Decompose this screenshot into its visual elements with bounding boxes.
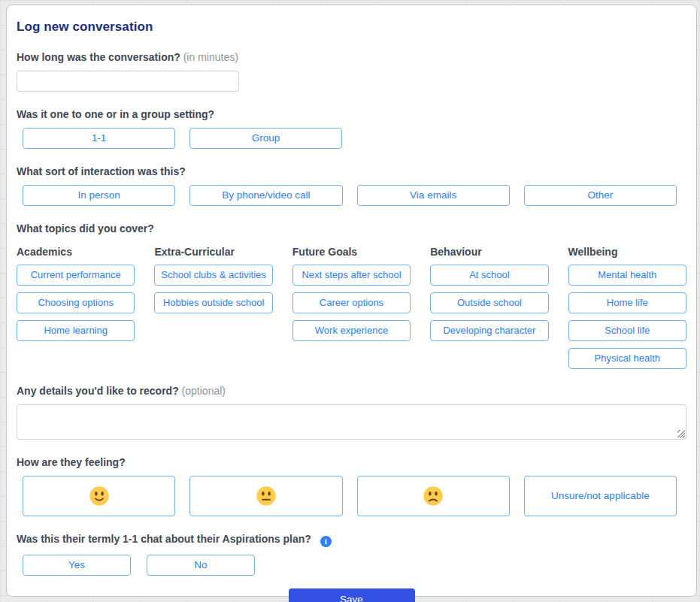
details-section: Any details you'd like to record? (optio… <box>17 385 686 440</box>
topic-heading-extra-curricular: Extra-Curricular <box>154 246 272 258</box>
aspirations-options: Yes No <box>23 555 677 576</box>
topic-column-extra-curricular: Extra-Curricular School clubs & activiti… <box>154 246 272 376</box>
topics-section: What topics did you cover? Academics Cur… <box>17 222 686 376</box>
setting-label-text: Was it one to one or in a group setting? <box>17 108 214 120</box>
aspirations-label: Was this their termly 1-1 chat about the… <box>17 533 686 547</box>
setting-option-group[interactable]: Group <box>189 128 342 149</box>
feeling-option-unsure[interactable]: Unsure/not applicable <box>524 476 677 516</box>
topic-option-outside-school[interactable]: Outside school <box>430 292 548 313</box>
topic-option-next-steps[interactable]: Next steps after school <box>292 265 411 286</box>
details-label: Any details you'd like to record? (optio… <box>17 385 686 397</box>
topic-option-current-performance[interactable]: Current performance <box>17 265 135 286</box>
feeling-section: How are they feeling? <box>17 456 686 516</box>
aspirations-label-text: Was this their termly 1-1 chat about the… <box>17 533 311 545</box>
duration-section: How long was the conversation? (in minut… <box>17 51 686 92</box>
interaction-label-text: What sort of interaction was this? <box>17 165 186 177</box>
slightly-frowning-face-icon <box>422 485 444 507</box>
topic-option-hobbies-outside-school[interactable]: Hobbies outside school <box>154 292 272 313</box>
duration-input[interactable] <box>17 71 239 92</box>
log-conversation-form: Log new conversation How long was the co… <box>6 5 697 597</box>
topic-heading-academics: Academics <box>17 246 135 258</box>
interaction-label: What sort of interaction was this? <box>17 165 686 177</box>
topic-column-behaviour: Behaviour At school Outside school Devel… <box>430 246 548 376</box>
duration-label-hint: (in minutes) <box>183 51 238 63</box>
save-button[interactable]: Save <box>289 588 415 602</box>
aspirations-section: Was this their termly 1-1 chat about the… <box>17 533 686 576</box>
feeling-options: Unsure/not applicable <box>23 476 677 516</box>
topics-grid: Academics Current performance Choosing o… <box>17 246 686 376</box>
interaction-section: What sort of interaction was this? In pe… <box>17 165 686 206</box>
interaction-options: In person By phone/video call Via emails… <box>23 185 677 206</box>
interaction-option-phone-video[interactable]: By phone/video call <box>189 185 342 206</box>
setting-options: 1-1 Group <box>23 128 677 149</box>
neutral-face-icon <box>255 485 277 507</box>
details-label-text: Any details you'd like to record? <box>17 385 179 397</box>
topic-column-academics: Academics Current performance Choosing o… <box>17 246 135 376</box>
duration-label-text: How long was the conversation? <box>17 51 180 63</box>
interaction-option-emails[interactable]: Via emails <box>357 185 510 206</box>
topic-option-home-learning[interactable]: Home learning <box>17 320 135 341</box>
feeling-option-neutral[interactable] <box>189 476 342 516</box>
topic-option-career-options[interactable]: Career options <box>292 292 411 313</box>
feeling-label-text: How are they feeling? <box>17 456 126 468</box>
topic-heading-future-goals: Future Goals <box>292 246 411 258</box>
topics-label-text: What topics did you cover? <box>17 222 154 234</box>
interaction-option-in-person[interactable]: In person <box>23 185 175 206</box>
feeling-option-happy[interactable] <box>23 476 175 516</box>
save-row: Save <box>17 588 686 602</box>
feeling-option-sad[interactable] <box>357 476 510 516</box>
topic-column-wellbeing: Wellbeing Mental health Home life School… <box>568 246 686 376</box>
topics-label: What topics did you cover? <box>17 222 686 234</box>
topic-column-future-goals: Future Goals Next steps after school Car… <box>292 246 411 376</box>
topic-option-at-school[interactable]: At school <box>430 265 548 286</box>
topic-heading-wellbeing: Wellbeing <box>568 246 686 258</box>
topic-heading-behaviour: Behaviour <box>430 246 548 258</box>
info-icon[interactable]: i <box>320 536 332 547</box>
feeling-label: How are they feeling? <box>17 456 686 468</box>
setting-section: Was it one to one or in a group setting?… <box>17 108 686 149</box>
setting-label: Was it one to one or in a group setting? <box>17 108 686 120</box>
aspirations-option-yes[interactable]: Yes <box>23 555 131 576</box>
topic-option-school-life[interactable]: School life <box>568 320 686 341</box>
slightly-smiling-face-icon <box>88 485 111 507</box>
interaction-option-other[interactable]: Other <box>524 185 677 206</box>
topic-option-mental-health[interactable]: Mental health <box>568 265 686 286</box>
setting-option-1-1[interactable]: 1-1 <box>23 128 175 149</box>
topic-option-developing-character[interactable]: Developing character <box>430 320 548 341</box>
aspirations-option-no[interactable]: No <box>147 555 255 576</box>
topic-option-school-clubs[interactable]: School clubs & activities <box>154 265 272 286</box>
topic-option-work-experience[interactable]: Work experience <box>292 320 411 341</box>
topic-option-physical-health[interactable]: Physical health <box>568 348 686 369</box>
page-title: Log new conversation <box>17 20 686 35</box>
details-label-hint: (optional) <box>182 385 226 397</box>
details-textarea[interactable] <box>17 404 686 440</box>
topic-option-choosing-options[interactable]: Choosing options <box>17 292 135 313</box>
details-textarea-wrap <box>17 404 686 440</box>
topic-option-home-life[interactable]: Home life <box>568 292 686 313</box>
duration-label: How long was the conversation? (in minut… <box>17 51 686 63</box>
